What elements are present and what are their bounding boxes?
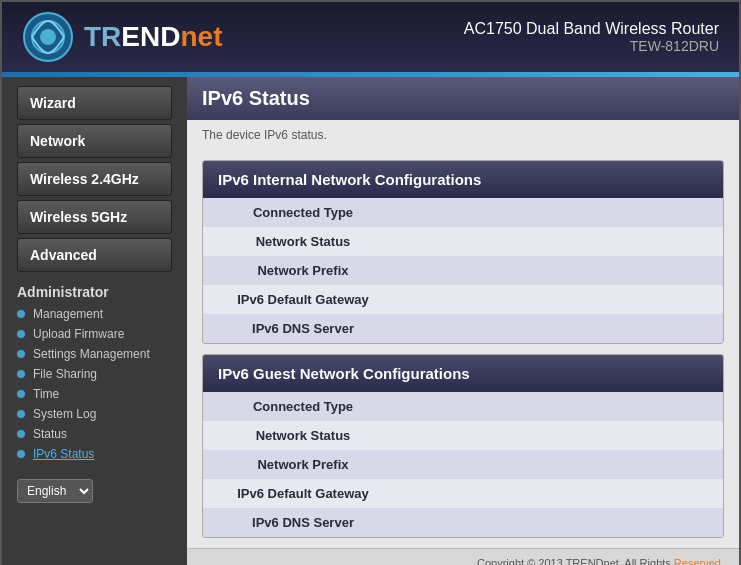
- table-row: Connected Type: [203, 392, 723, 421]
- sidebar-item-advanced[interactable]: Advanced: [17, 238, 172, 272]
- logo-area: TRENDnet: [22, 11, 222, 63]
- table-row: IPv6 DNS Server: [203, 508, 723, 537]
- page-subtitle: The device IPv6 status.: [187, 120, 739, 150]
- internal-network-config-section: IPv6 Internal Network Configurations Con…: [202, 160, 724, 344]
- table-row: IPv6 Default Gateway: [203, 285, 723, 314]
- logo-text: TRENDnet: [84, 21, 222, 53]
- system-log-link[interactable]: System Log: [33, 407, 96, 421]
- row-value: [403, 421, 723, 450]
- sidebar-item-wireless24[interactable]: Wireless 2.4GHz: [17, 162, 172, 196]
- row-value: [403, 314, 723, 343]
- bullet-icon: [17, 350, 25, 358]
- guest-section-title: IPv6 Guest Network Configurations: [203, 355, 723, 392]
- product-line: AC1750 Dual Band Wireless Router: [464, 20, 719, 38]
- sidebar-item-wizard[interactable]: Wizard: [17, 86, 172, 120]
- table-row: Network Prefix: [203, 256, 723, 285]
- row-value: [403, 198, 723, 227]
- row-value: [403, 227, 723, 256]
- copyright-bar: Copyright © 2013 TRENDnet. All Rights Re…: [187, 548, 739, 565]
- upload-firmware-link[interactable]: Upload Firmware: [33, 327, 124, 341]
- row-value: [403, 256, 723, 285]
- content-area: IPv6 Status The device IPv6 status. IPv6…: [187, 77, 739, 565]
- sidebar-item-file-sharing[interactable]: File Sharing: [2, 364, 187, 384]
- page-title: IPv6 Status: [187, 77, 739, 120]
- sidebar-item-system-log[interactable]: System Log: [2, 404, 187, 424]
- main-layout: Wizard Network Wireless 2.4GHz Wireless …: [2, 77, 739, 565]
- time-link[interactable]: Time: [33, 387, 59, 401]
- row-label: IPv6 Default Gateway: [203, 479, 403, 508]
- table-row: IPv6 Default Gateway: [203, 479, 723, 508]
- bullet-icon: [17, 370, 25, 378]
- row-value: [403, 285, 723, 314]
- guest-network-config-section: IPv6 Guest Network Configurations Connec…: [202, 354, 724, 538]
- table-row: Network Status: [203, 421, 723, 450]
- header: TRENDnet AC1750 Dual Band Wireless Route…: [2, 2, 739, 72]
- status-link[interactable]: Status: [33, 427, 67, 441]
- sidebar-item-network[interactable]: Network: [17, 124, 172, 158]
- row-label: Network Prefix: [203, 256, 403, 285]
- sidebar-item-settings-management[interactable]: Settings Management: [2, 344, 187, 364]
- language-select[interactable]: English French German Spanish: [17, 479, 93, 503]
- table-row: Network Prefix: [203, 450, 723, 479]
- row-value: [403, 508, 723, 537]
- sidebar-item-wireless5[interactable]: Wireless 5GHz: [17, 200, 172, 234]
- row-label: Connected Type: [203, 198, 403, 227]
- sidebar-item-time[interactable]: Time: [2, 384, 187, 404]
- trendnet-logo-icon: [22, 11, 74, 63]
- row-label: IPv6 Default Gateway: [203, 285, 403, 314]
- row-label: Network Status: [203, 227, 403, 256]
- row-label: IPv6 DNS Server: [203, 314, 403, 343]
- row-value: [403, 450, 723, 479]
- table-row: Connected Type: [203, 198, 723, 227]
- bullet-icon: [17, 330, 25, 338]
- row-value: [403, 479, 723, 508]
- row-label: Network Prefix: [203, 450, 403, 479]
- header-right: AC1750 Dual Band Wireless Router TEW-812…: [464, 20, 719, 54]
- ipv6-status-link[interactable]: IPv6 Status: [33, 447, 94, 461]
- file-sharing-link[interactable]: File Sharing: [33, 367, 97, 381]
- reserved-text: Reserved.: [674, 557, 724, 565]
- guest-config-table: Connected TypeNetwork StatusNetwork Pref…: [203, 392, 723, 537]
- row-label: Connected Type: [203, 392, 403, 421]
- sidebar-item-upload-firmware[interactable]: Upload Firmware: [2, 324, 187, 344]
- settings-management-link[interactable]: Settings Management: [33, 347, 150, 361]
- table-row: Network Status: [203, 227, 723, 256]
- bullet-icon: [17, 410, 25, 418]
- sidebar: Wizard Network Wireless 2.4GHz Wireless …: [2, 77, 187, 565]
- bullet-icon: [17, 390, 25, 398]
- row-label: IPv6 DNS Server: [203, 508, 403, 537]
- bullet-icon: [17, 430, 25, 438]
- bullet-icon: [17, 310, 25, 318]
- sidebar-item-management[interactable]: Management: [2, 304, 187, 324]
- management-link[interactable]: Management: [33, 307, 103, 321]
- internal-section-title: IPv6 Internal Network Configurations: [203, 161, 723, 198]
- sidebar-item-status[interactable]: Status: [2, 424, 187, 444]
- language-select-area[interactable]: English French German Spanish: [2, 469, 187, 513]
- row-value: [403, 392, 723, 421]
- admin-section-title: Administrator: [2, 276, 187, 304]
- bullet-icon: [17, 450, 25, 458]
- internal-config-table: Connected TypeNetwork StatusNetwork Pref…: [203, 198, 723, 343]
- svg-point-2: [40, 29, 56, 45]
- copyright-text: Copyright © 2013 TRENDnet. All Rights: [477, 557, 674, 565]
- table-row: IPv6 DNS Server: [203, 314, 723, 343]
- row-label: Network Status: [203, 421, 403, 450]
- sidebar-item-ipv6-status[interactable]: IPv6 Status: [2, 444, 187, 464]
- model-number: TEW-812DRU: [464, 38, 719, 54]
